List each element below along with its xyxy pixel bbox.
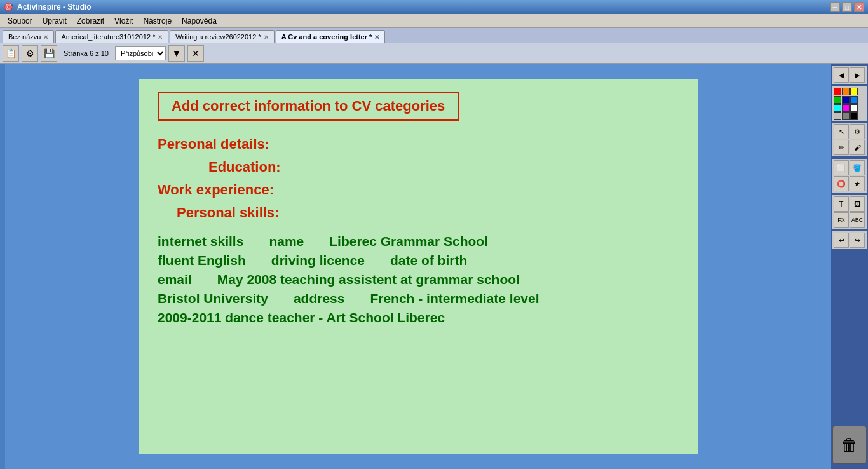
tab-close-3[interactable]: ✕: [374, 34, 379, 41]
slide-canvas: Add correct information to CV categories…: [139, 79, 698, 454]
rp-settings-btn[interactable]: ⚙: [850, 124, 865, 139]
fit-dropdown[interactable]: Přizpůsobit: [115, 46, 166, 60]
trash-bin[interactable]: 🗑: [832, 426, 867, 464]
maximize-button[interactable]: □: [842, 2, 852, 12]
tab-close-1[interactable]: ✕: [158, 34, 163, 41]
rp-fx-tool[interactable]: FX: [834, 212, 849, 228]
tab-close-0[interactable]: ✕: [43, 34, 48, 41]
tag-may2008[interactable]: May 2008 teaching assistent at grammar s…: [217, 272, 520, 287]
color-red[interactable]: [834, 88, 841, 95]
tag-french[interactable]: French - intermediate level: [370, 291, 539, 306]
tab-label: Writing a review26022012 *: [175, 33, 261, 41]
tag-name[interactable]: name: [269, 234, 304, 249]
rp-next-btn[interactable]: ▶: [850, 67, 865, 83]
tag-bristol[interactable]: Bristol University: [158, 291, 268, 306]
canvas-area[interactable]: Add correct information to CV categories…: [5, 64, 831, 469]
tag-row-5: 2009-2011 dance teacher - Art School Lib…: [158, 310, 679, 325]
tag-row-4: Bristol University address French - inte…: [158, 291, 679, 306]
rp-tool-section-1: ↖ ⚙ ✏ 🖌: [832, 123, 867, 156]
rp-abc-tool[interactable]: ABC: [850, 212, 865, 228]
instruction-text: Add correct information to CV categories: [172, 98, 445, 114]
tab-label: Bez názvu: [8, 33, 41, 41]
tag-row-2: fluent English driving licence date of b…: [158, 253, 679, 268]
left-panel: [0, 64, 5, 469]
menu-soubor[interactable]: Soubor: [3, 15, 37, 27]
instruction-box: Add correct information to CV categories: [158, 92, 459, 121]
menu-vlozit[interactable]: Vložit: [109, 15, 138, 27]
tag-fluent-english[interactable]: fluent English: [158, 253, 246, 268]
title-bar: 🎯 ActivInspire - Studio ─ □ ✕: [0, 0, 868, 14]
section-work-experience: Work experience:: [158, 182, 679, 198]
color-cyan[interactable]: [834, 104, 841, 112]
tab-close-2[interactable]: ✕: [264, 34, 269, 41]
tab-americal[interactable]: Americal_literature31012012 * ✕: [55, 30, 168, 43]
tab-label: A Cv and a covering letter *: [281, 33, 372, 41]
rp-undo-btn[interactable]: ↩: [834, 233, 849, 248]
color-yellow[interactable]: [850, 88, 858, 95]
color-lightgray[interactable]: [834, 112, 841, 120]
tab-label: Americal_literature31012012 *: [61, 33, 155, 41]
menu-upravit[interactable]: Upravit: [37, 15, 72, 27]
right-panel: ◀ ▶ ↖ ⚙ ✏ 🖌 ⬜ 🪣 ⭕: [831, 64, 868, 469]
color-black[interactable]: [850, 112, 858, 120]
tag-liberec-grammar[interactable]: Liberec Grammar School: [329, 234, 488, 249]
window-controls[interactable]: ─ □ ✕: [830, 2, 864, 12]
tag-address[interactable]: address: [294, 291, 345, 306]
rp-fill-tool[interactable]: 🪣: [850, 160, 865, 175]
rp-nav-section: ◀ ▶: [832, 66, 867, 84]
toolbar-btn-2[interactable]: ⚙: [22, 45, 38, 62]
color-palette: [832, 86, 867, 121]
section-personal-skills: Personal skills:: [177, 205, 679, 221]
menu-zobrazit[interactable]: Zobrazit: [72, 15, 109, 27]
main-layout: Add correct information to CV categories…: [0, 64, 868, 469]
window-title: ActivInspire - Studio: [17, 3, 92, 11]
tab-bar: Bez názvu ✕ Americal_literature31012012 …: [0, 28, 868, 43]
color-blue[interactable]: [850, 96, 858, 104]
toolbar-btn-1[interactable]: 📋: [3, 45, 19, 62]
rp-redo-btn[interactable]: ↪: [850, 233, 865, 248]
color-magenta[interactable]: [842, 104, 850, 112]
tab-cv[interactable]: A Cv and a covering letter * ✕: [276, 30, 386, 43]
tag-driving-licence[interactable]: driving licence: [271, 253, 365, 268]
color-white[interactable]: [850, 104, 858, 112]
tab-writing[interactable]: Writing a review26022012 * ✕: [170, 30, 274, 43]
rp-image-tool[interactable]: 🖼: [850, 196, 865, 212]
menu-bar: Soubor Upravit Zobrazit Vložit Nástroje …: [0, 14, 868, 28]
rp-select-tool[interactable]: ↖: [834, 124, 849, 139]
toolbar-row: 📋 ⚙ 💾 Stránka 6 z 10 Přizpůsobit ▼ ✕: [0, 43, 868, 64]
menu-nastroje[interactable]: Nástroje: [138, 15, 177, 27]
tag-row-1: internet skills name Liberec Grammar Sch…: [158, 234, 679, 249]
tag-row-3: email May 2008 teaching assistent at gra…: [158, 272, 679, 287]
tags-area: internet skills name Liberec Grammar Sch…: [158, 234, 679, 325]
rp-text-tool[interactable]: T: [834, 196, 849, 212]
rp-circle-tool[interactable]: ⭕: [834, 176, 849, 191]
section-education: Education:: [208, 159, 679, 175]
menu-napoveda[interactable]: Nápověda: [177, 15, 222, 27]
rp-tool-section-3: T 🖼 FX ABC: [832, 195, 867, 229]
rp-highlight-tool[interactable]: 🖌: [850, 140, 865, 155]
toolbar-btn-3[interactable]: 💾: [41, 45, 57, 62]
toolbar-dropdown-arrow[interactable]: ▼: [168, 45, 185, 62]
minimize-button[interactable]: ─: [830, 2, 840, 12]
rp-star-tool[interactable]: ★: [850, 176, 865, 191]
rp-tool-section-2: ⬜ 🪣 ⭕ ★: [832, 159, 867, 193]
tag-2009-2011[interactable]: 2009-2011 dance teacher - Art School Lib…: [158, 310, 445, 325]
rp-tool-section-4: ↩ ↪: [832, 231, 867, 249]
color-gray[interactable]: [842, 112, 850, 120]
section-personal-details: Personal details:: [158, 136, 679, 153]
tag-date-of-birth[interactable]: date of birth: [390, 253, 467, 268]
tag-internet-skills[interactable]: internet skills: [158, 234, 243, 249]
tab-bezNazvu[interactable]: Bez názvu ✕: [3, 30, 54, 43]
color-blue-dark[interactable]: [842, 96, 850, 104]
rp-pen-tool[interactable]: ✏: [834, 140, 849, 155]
app-icon: 🎯: [4, 3, 13, 11]
toolbar-close-btn[interactable]: ✕: [187, 45, 204, 62]
rp-prev-btn[interactable]: ◀: [834, 67, 849, 83]
tag-email[interactable]: email: [158, 272, 192, 287]
color-green[interactable]: [834, 96, 841, 104]
page-info: Stránka 6 z 10: [64, 50, 109, 57]
color-orange[interactable]: [842, 88, 850, 95]
rp-eraser-tool[interactable]: ⬜: [834, 160, 849, 175]
close-button[interactable]: ✕: [854, 2, 864, 12]
